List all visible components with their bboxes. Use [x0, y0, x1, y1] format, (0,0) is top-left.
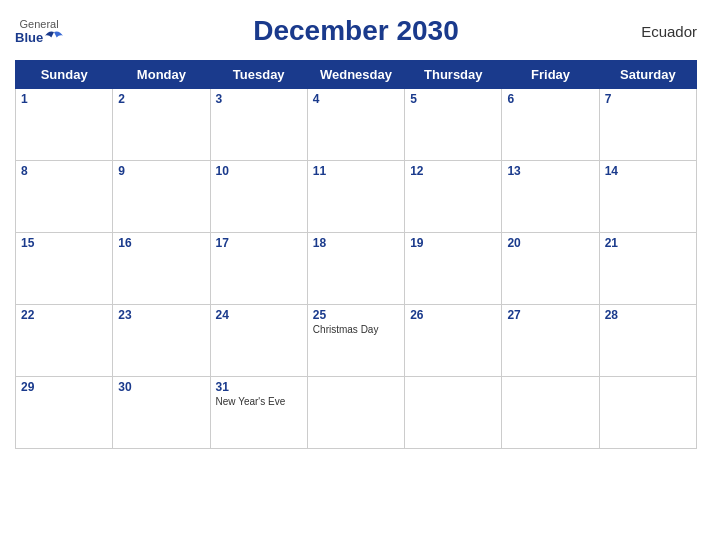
day-number: 1 — [21, 92, 107, 106]
day-number: 17 — [216, 236, 302, 250]
calendar-day-cell: 16 — [113, 233, 210, 305]
calendar-day-cell — [502, 377, 599, 449]
calendar-day-cell: 13 — [502, 161, 599, 233]
calendar-day-cell: 8 — [16, 161, 113, 233]
calendar-container: General Blue December 2030 Ecuador Sunda… — [0, 0, 712, 464]
day-number: 3 — [216, 92, 302, 106]
calendar-day-cell: 7 — [599, 89, 696, 161]
calendar-day-cell: 3 — [210, 89, 307, 161]
day-number: 14 — [605, 164, 691, 178]
header-friday: Friday — [502, 61, 599, 89]
day-number: 8 — [21, 164, 107, 178]
day-number: 21 — [605, 236, 691, 250]
calendar-day-cell: 14 — [599, 161, 696, 233]
header-wednesday: Wednesday — [307, 61, 404, 89]
calendar-day-cell: 10 — [210, 161, 307, 233]
day-number: 23 — [118, 308, 204, 322]
calendar-day-cell: 24 — [210, 305, 307, 377]
header-monday: Monday — [113, 61, 210, 89]
day-number: 18 — [313, 236, 399, 250]
day-number: 15 — [21, 236, 107, 250]
calendar-day-cell: 23 — [113, 305, 210, 377]
day-number: 30 — [118, 380, 204, 394]
calendar-day-cell: 18 — [307, 233, 404, 305]
day-number: 27 — [507, 308, 593, 322]
calendar-day-cell: 11 — [307, 161, 404, 233]
country-label: Ecuador — [641, 23, 697, 40]
day-number: 25 — [313, 308, 399, 322]
calendar-day-cell — [599, 377, 696, 449]
calendar-day-cell: 31New Year's Eve — [210, 377, 307, 449]
logo-general: General — [20, 18, 59, 30]
calendar-day-cell: 20 — [502, 233, 599, 305]
day-number: 22 — [21, 308, 107, 322]
calendar-day-cell: 27 — [502, 305, 599, 377]
day-number: 4 — [313, 92, 399, 106]
calendar-day-cell: 6 — [502, 89, 599, 161]
day-number: 20 — [507, 236, 593, 250]
calendar-day-cell: 2 — [113, 89, 210, 161]
day-number: 26 — [410, 308, 496, 322]
day-number: 28 — [605, 308, 691, 322]
calendar-day-cell: 26 — [405, 305, 502, 377]
calendar-day-cell: 22 — [16, 305, 113, 377]
calendar-week-row: 293031New Year's Eve — [16, 377, 697, 449]
calendar-day-cell — [405, 377, 502, 449]
calendar-week-row: 1234567 — [16, 89, 697, 161]
calendar-week-row: 891011121314 — [16, 161, 697, 233]
calendar-day-cell: 30 — [113, 377, 210, 449]
calendar-header: General Blue December 2030 Ecuador — [15, 10, 697, 52]
header-thursday: Thursday — [405, 61, 502, 89]
calendar-day-cell: 15 — [16, 233, 113, 305]
day-number: 16 — [118, 236, 204, 250]
logo-area: General Blue — [15, 18, 63, 45]
day-number: 9 — [118, 164, 204, 178]
calendar-day-cell: 9 — [113, 161, 210, 233]
calendar-day-cell: 25Christmas Day — [307, 305, 404, 377]
calendar-day-cell: 17 — [210, 233, 307, 305]
holiday-label: Christmas Day — [313, 324, 399, 335]
day-number: 2 — [118, 92, 204, 106]
calendar-week-row: 22232425Christmas Day262728 — [16, 305, 697, 377]
day-number: 11 — [313, 164, 399, 178]
calendar-table: Sunday Monday Tuesday Wednesday Thursday… — [15, 60, 697, 449]
calendar-day-cell: 5 — [405, 89, 502, 161]
day-number: 6 — [507, 92, 593, 106]
calendar-day-cell: 19 — [405, 233, 502, 305]
calendar-day-cell — [307, 377, 404, 449]
calendar-day-cell: 21 — [599, 233, 696, 305]
day-number: 5 — [410, 92, 496, 106]
day-number: 13 — [507, 164, 593, 178]
weekday-header-row: Sunday Monday Tuesday Wednesday Thursday… — [16, 61, 697, 89]
calendar-week-row: 15161718192021 — [16, 233, 697, 305]
calendar-day-cell: 29 — [16, 377, 113, 449]
header-tuesday: Tuesday — [210, 61, 307, 89]
calendar-day-cell: 4 — [307, 89, 404, 161]
calendar-day-cell: 28 — [599, 305, 696, 377]
day-number: 31 — [216, 380, 302, 394]
day-number: 29 — [21, 380, 107, 394]
header-saturday: Saturday — [599, 61, 696, 89]
day-number: 24 — [216, 308, 302, 322]
calendar-title: December 2030 — [253, 15, 458, 47]
logo-bird-icon — [45, 30, 63, 44]
calendar-day-cell: 12 — [405, 161, 502, 233]
holiday-label: New Year's Eve — [216, 396, 302, 407]
day-number: 19 — [410, 236, 496, 250]
calendar-day-cell: 1 — [16, 89, 113, 161]
day-number: 12 — [410, 164, 496, 178]
day-number: 10 — [216, 164, 302, 178]
logo-blue: Blue — [15, 30, 63, 45]
day-number: 7 — [605, 92, 691, 106]
header-sunday: Sunday — [16, 61, 113, 89]
